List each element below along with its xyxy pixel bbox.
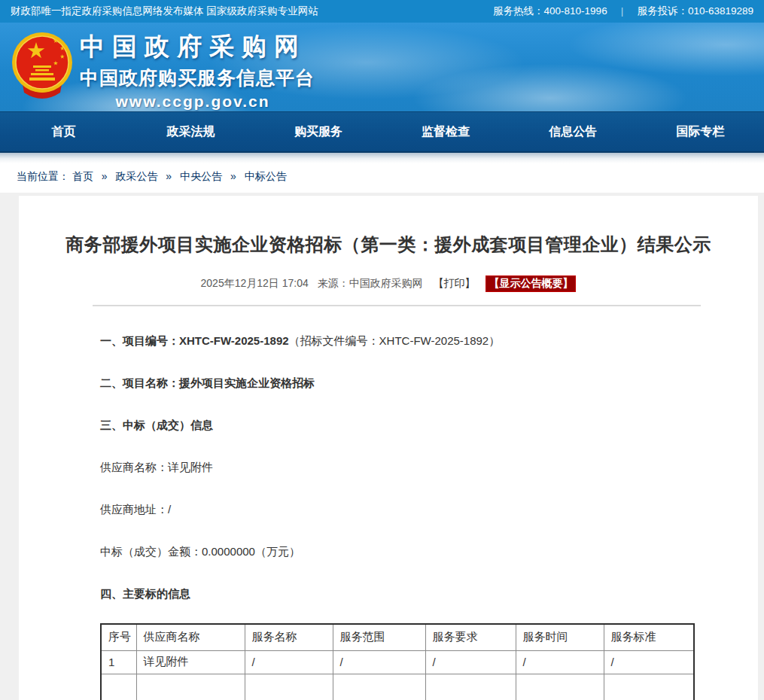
site-header: 中国政府采购网 中国政府购买服务信息平台 www.ccgp.gov.cn (0, 23, 764, 111)
topbar-slogan: 财政部唯一指定政府采购信息网络发布媒体 国家级政府采购专业网站 (11, 5, 318, 18)
cell-service-scope: / (333, 650, 425, 674)
nav-fade-strip (0, 153, 764, 163)
main-nav: 首页 政采法规 购买服务 监督检查 信息公告 国际专栏 (0, 111, 764, 153)
site-subtitle: 中国政府购买服务信息平台 (80, 65, 306, 90)
print-button[interactable]: 【打印】 (434, 277, 476, 289)
breadcrumb-item-procurement-notices[interactable]: 政采公告 (115, 170, 157, 182)
breadcrumb-item-award-notices[interactable]: 中标公告 (245, 170, 287, 182)
nav-item-supervision[interactable]: 监督检查 (382, 112, 510, 151)
cell-service-requirement: / (425, 650, 516, 674)
site-url[interactable]: www.ccgp.gov.cn (80, 93, 306, 111)
nav-item-regulations[interactable]: 政采法规 (127, 112, 254, 151)
table-row (101, 674, 694, 700)
site-branding: 中国政府采购网 中国政府购买服务信息平台 www.ccgp.gov.cn (80, 30, 306, 111)
cell-seq: 1 (101, 650, 136, 674)
supplier-address-line: 供应商地址：/ (100, 502, 758, 516)
nav-item-purchase-services[interactable]: 购买服务 (254, 112, 382, 151)
supplier-name-line: 供应商名称：详见附件 (100, 460, 758, 474)
topbar-separator: ｜ (618, 5, 627, 18)
table-header-row: 序号 供应商名称 服务名称 服务范围 服务要求 服务时间 服务标准 (101, 624, 694, 650)
content-wrap: 商务部援外项目实施企业资格招标（第一类：援外成套项目管理企业）结果公示 2025… (0, 193, 764, 700)
article-body: 一、项目编号：XHTC-FW-2025-1892（招标文件编号：XHTC-FW-… (100, 333, 758, 700)
cell-supplier: 详见附件 (136, 650, 245, 674)
section-project-name: 二、项目名称：援外项目实施企业资格招标 (100, 376, 758, 390)
cell-service-requirement (425, 674, 516, 700)
col-header-seq: 序号 (101, 624, 136, 650)
service-complaint: 服务投诉：010-63819289 (637, 5, 753, 18)
meta-divider (93, 305, 701, 306)
service-hotline: 服务热线：400-810-1996 (493, 5, 607, 18)
article-source: 来源：中国政府采购网 (318, 277, 423, 289)
breadcrumb: 当前位置： 首页 » 政采公告 » 中央公告 » 中标公告 (0, 163, 764, 193)
breadcrumb-label: 当前位置： (17, 170, 69, 182)
national-emblem-icon (11, 29, 74, 102)
col-header-service-time: 服务时间 (516, 624, 604, 650)
col-header-supplier: 供应商名称 (136, 624, 245, 650)
section-project-number: 一、项目编号：XHTC-FW-2025-1892（招标文件编号：XHTC-FW-… (100, 333, 758, 348)
cell-service-name: / (245, 650, 333, 674)
show-summary-button[interactable]: 【显示公告概要】 (485, 275, 576, 292)
col-header-service-requirement: 服务要求 (425, 624, 516, 650)
section-main-subject: 四、主要标的信息 (100, 586, 758, 601)
table-row: 1 详见附件 / / / / / (101, 650, 694, 674)
col-header-service-name: 服务名称 (245, 624, 333, 650)
breadcrumb-item-central-notices[interactable]: 中央公告 (180, 170, 222, 182)
article-panel: 商务部援外项目实施企业资格招标（第一类：援外成套项目管理企业）结果公示 2025… (19, 195, 758, 700)
cell-supplier (136, 674, 245, 700)
cell-service-name (245, 674, 333, 700)
cell-seq (101, 674, 136, 700)
publish-datetime: 2025年12月12日 17:04 (201, 277, 309, 289)
nav-item-home[interactable]: 首页 (0, 112, 127, 151)
cell-service-standard (604, 674, 694, 700)
topbar: 财政部唯一指定政府采购信息网络发布媒体 国家级政府采购专业网站 服务热线：400… (0, 0, 764, 23)
breadcrumb-separator: » (230, 170, 236, 182)
col-header-service-standard: 服务标准 (604, 624, 694, 650)
breadcrumb-separator: » (166, 170, 172, 182)
page-title: 商务部援外项目实施企业资格招标（第一类：援外成套项目管理企业）结果公示 (19, 196, 758, 257)
nav-item-international[interactable]: 国际专栏 (637, 112, 764, 151)
award-amount-line: 中标（成交）金额：0.0000000（万元） (100, 544, 758, 558)
article-meta: 2025年12月12日 17:04 来源：中国政府采购网 【打印】 【显示公告概… (19, 275, 758, 292)
site-name[interactable]: 中国政府采购网 (80, 30, 306, 64)
section-award-info: 三、中标（成交）信息 (100, 418, 758, 432)
breadcrumb-item-home[interactable]: 首页 (72, 170, 93, 182)
col-header-service-scope: 服务范围 (333, 624, 425, 650)
cell-service-standard: / (604, 650, 694, 674)
cell-service-time: / (516, 650, 604, 674)
topbar-contacts: 服务热线：400-810-1996 ｜ 服务投诉：010-63819289 (493, 5, 753, 18)
cell-service-scope (333, 674, 425, 700)
breadcrumb-separator: » (102, 170, 108, 182)
page: 财政部唯一指定政府采购信息网络发布媒体 国家级政府采购专业网站 服务热线：400… (0, 0, 764, 700)
subject-info-table: 序号 供应商名称 服务名称 服务范围 服务要求 服务时间 服务标准 1 详见附件… (100, 623, 695, 700)
nav-item-announcements[interactable]: 信息公告 (510, 112, 637, 151)
cell-service-time (516, 674, 604, 700)
